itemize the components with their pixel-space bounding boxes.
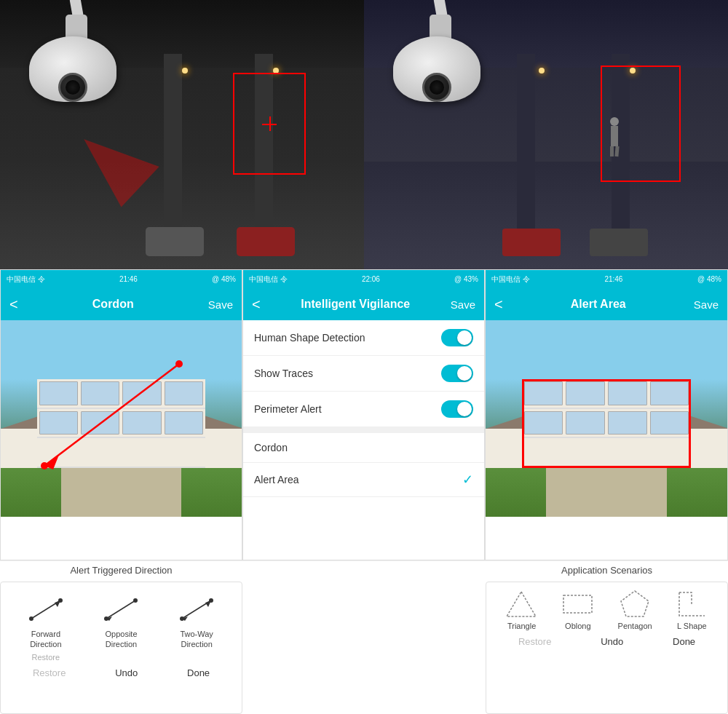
cam-dome-left	[29, 36, 116, 102]
forward-sublabel: Restore	[32, 653, 60, 662]
toggle-show-traces[interactable]	[441, 365, 473, 382]
car-left-2	[237, 227, 295, 256]
phone-screen-vigilance: 中国电信 令 22:06 @ 43% < Intelligent Vigilan…	[242, 269, 485, 560]
separator-1	[243, 427, 484, 433]
back-button-right[interactable]: <	[494, 296, 503, 313]
driveway-right	[546, 468, 667, 517]
nav-bar-middle: < Intelligent Vigilance Save	[243, 288, 484, 320]
save-button-right[interactable]: Save	[694, 298, 719, 311]
status-left-right: 中国电信 令	[491, 274, 530, 285]
svg-point-3	[41, 462, 48, 469]
save-button-left[interactable]: Save	[208, 298, 233, 311]
svg-point-16	[209, 598, 213, 603]
back-button-middle[interactable]: <	[252, 296, 261, 313]
garage-scene-cordon	[1, 320, 242, 517]
vigilance-item-show-traces[interactable]: Show Traces	[243, 356, 484, 392]
twoway-direction-icon	[175, 590, 218, 626]
nav-bar-right: < Alert Area Save	[486, 288, 727, 320]
forward-label: ForwardDirection	[30, 629, 61, 650]
svg-point-15	[180, 616, 184, 621]
toggle-knob-human-shape	[457, 330, 472, 345]
shape-triangle: Triangle	[505, 590, 538, 630]
bottom-middle-section	[242, 561, 486, 714]
cam-lens-left	[58, 73, 87, 102]
vigilance-label-cordon: Cordon	[254, 442, 473, 453]
direction-section-label: Alert Triggered Direction	[70, 565, 172, 576]
shape-oblong: Oblong	[561, 590, 594, 630]
toggle-perimeter[interactable]	[441, 400, 473, 418]
shape-restore-action[interactable]: Restore	[518, 636, 552, 647]
twoway-label: Two-WayDirection	[180, 629, 213, 650]
lshape-label: L Shape	[677, 622, 707, 630]
svg-point-2	[175, 360, 183, 368]
vigilance-item-alert-area[interactable]: Alert Area ✓	[243, 463, 484, 497]
save-button-middle[interactable]: Save	[451, 298, 475, 311]
vigilance-item-cordon[interactable]: Cordon	[243, 433, 484, 463]
bottom-right-section: Application Scenarios Triangle Oblong	[486, 561, 728, 714]
camera-image-right	[364, 0, 728, 269]
direction-twoway: Two-WayDirection	[175, 590, 218, 653]
carrier-left: 中国电信 令	[7, 274, 45, 285]
middle-phone-row: 中国电信 令 21:46 @ 48% < Cordon Save	[0, 269, 728, 560]
carrier-right: 中国电信 令	[491, 274, 530, 285]
vigilance-item-perimeter[interactable]: Perimeter Alert	[243, 392, 484, 427]
svg-line-0	[44, 364, 179, 466]
vigilance-item-human-shape[interactable]: Human Shape Detection	[243, 320, 484, 356]
light-right-1	[539, 68, 545, 74]
direction-forward: ForwardDirection Restore	[24, 590, 68, 662]
cordon-svg	[1, 320, 242, 517]
garage-door-right	[522, 379, 691, 468]
cam-lens-right	[422, 73, 451, 102]
svg-point-11	[133, 598, 138, 603]
shape-done-action[interactable]: Done	[673, 636, 695, 647]
detect-box-left	[233, 73, 306, 175]
time-right: 21:46	[604, 275, 622, 283]
shape-undo-action[interactable]: Undo	[601, 636, 623, 647]
svg-rect-18	[563, 595, 592, 613]
shape-icons-row: Triangle Oblong Pentagon	[494, 590, 720, 630]
nav-title-left: Cordon	[92, 298, 134, 311]
time-middle: 22:06	[362, 275, 380, 283]
undo-action[interactable]: Undo	[115, 667, 138, 678]
svg-point-7	[58, 598, 63, 603]
toggle-knob-show-traces	[457, 366, 472, 381]
phone-screen-cordon: 中国电信 令 21:46 @ 48% < Cordon Save	[0, 269, 242, 560]
carrier-middle: 中国电信 令	[249, 274, 288, 285]
lshape-icon	[676, 590, 708, 619]
alert-area-box	[522, 379, 691, 468]
status-left-middle: 中国电信 令	[249, 274, 288, 285]
bottom-row: Alert Triggered Direction ForwardDirecti…	[0, 560, 728, 714]
toggle-human-shape[interactable]	[441, 329, 473, 346]
vigilance-label-perimeter: Perimeter Alert	[254, 403, 441, 415]
car-right-2	[590, 229, 648, 256]
pillar-right-1	[517, 54, 535, 229]
done-action[interactable]: Done	[187, 667, 210, 678]
cam-lens-inner-left	[66, 80, 80, 95]
back-button-left[interactable]: <	[9, 296, 18, 313]
shape-pentagon: Pentagon	[618, 590, 652, 630]
oblong-label: Oblong	[565, 622, 590, 630]
direction-actions-row: Restore Undo Done	[8, 667, 234, 678]
shapes-section-label: Application Scenarios	[561, 565, 652, 576]
vigilance-list: Human Shape Detection Show Traces Perime…	[243, 320, 484, 497]
svg-marker-19	[621, 591, 649, 616]
time-left: 21:46	[119, 275, 138, 283]
status-left-left: 中国电信 令	[7, 274, 45, 285]
bottom-left-section: Alert Triggered Direction ForwardDirecti…	[0, 561, 242, 714]
shapes-panel: Triangle Oblong Pentagon	[486, 582, 728, 714]
top-camera-row	[0, 0, 728, 269]
restore-action[interactable]: Restore	[33, 667, 66, 678]
status-bar-middle: 中国电信 令 22:06 @ 43%	[243, 270, 484, 288]
toggle-knob-perimeter	[457, 402, 472, 416]
shape-lshape: L Shape	[676, 590, 708, 630]
battery-middle: @ 43%	[454, 275, 478, 283]
camera-image-left	[0, 0, 364, 269]
crosshair-left	[262, 116, 277, 131]
status-bar-left: 中国电信 令 21:46 @ 48%	[1, 270, 242, 288]
triangle-icon	[505, 590, 538, 619]
svg-point-6	[29, 616, 33, 621]
phone-screen-alert-area: 中国电信 令 21:46 @ 48% < Alert Area Save	[485, 269, 728, 560]
cam-body-left	[22, 15, 138, 109]
car-right-1	[502, 229, 561, 256]
cam-dome-right	[393, 36, 480, 102]
